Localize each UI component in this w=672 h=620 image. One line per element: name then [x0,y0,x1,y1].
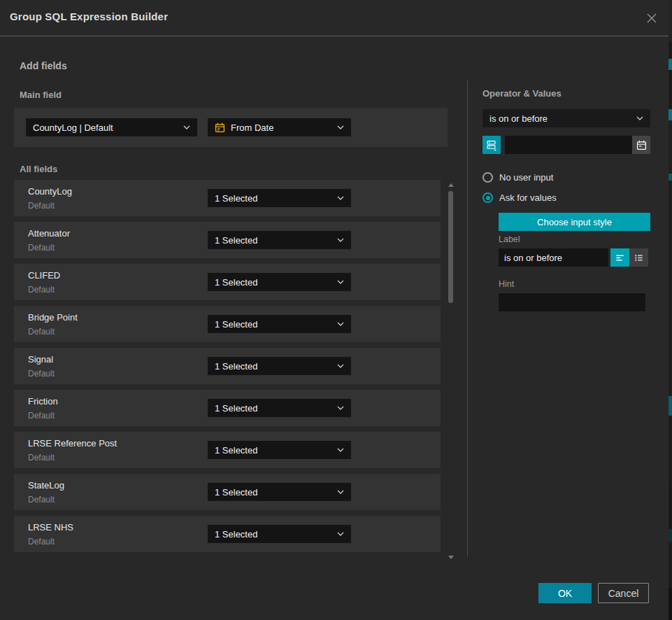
field-selected-dropdown-value: 1 Selected [215,445,333,456]
field-selected-dropdown-value: 1 Selected [215,193,333,204]
field-selected-dropdown[interactable]: 1 Selected [208,315,351,333]
dialog-header: Group SQL Expression Builder [0,0,669,36]
label-caption: Label [499,234,520,244]
operator-dropdown[interactable]: is on or before [482,109,650,127]
chevron-down-icon [337,280,344,284]
field-selected-dropdown-value: 1 Selected [215,319,333,330]
main-field-dropdown[interactable]: From Date [208,118,351,136]
main-field-panel: CountyLog | Default From Date [14,108,448,147]
calendar-icon [636,140,647,150]
field-selected-dropdown[interactable]: 1 Selected [208,399,351,417]
radio-no-user-input-label: No user input [499,172,553,183]
fields-scrollbar[interactable] [448,181,455,562]
field-selected-dropdown[interactable]: 1 Selected [208,231,351,249]
chevron-down-icon [337,196,344,200]
field-row: Attenuator Default 1 Selected [14,222,441,258]
hint-input[interactable] [499,293,645,311]
choose-input-style-button[interactable]: Choose input style [499,213,650,231]
calendar-icon [215,122,225,133]
field-selected-dropdown[interactable]: 1 Selected [208,525,351,543]
field-subtitle: Default [28,285,55,295]
field-row: CLIFED Default 1 Selected [14,264,441,300]
field-name: LRSE Reference Post [28,438,117,449]
chevron-down-icon [337,406,344,410]
radio-selected-icon [482,192,493,203]
ok-button[interactable]: OK [538,583,592,603]
field-row: Signal Default 1 Selected [14,348,441,384]
field-name: Friction [28,396,58,407]
close-icon [646,13,657,24]
field-selected-dropdown[interactable]: 1 Selected [208,357,351,375]
operator-dropdown-value: is on or before [489,113,632,124]
chevron-down-icon [636,116,643,120]
radio-ask-for-values[interactable]: Ask for values [482,192,557,203]
background-app-edge [669,0,672,620]
field-subtitle: Default [28,537,55,547]
single-line-style-button[interactable] [610,248,629,267]
field-selected-dropdown-value: 1 Selected [215,235,333,246]
all-fields-heading: All fields [20,164,57,174]
main-field-dropdown-value: From Date [231,122,333,133]
field-subtitle: Default [28,411,55,421]
field-selected-dropdown[interactable]: 1 Selected [208,189,351,207]
scrollbar-down-arrow-icon[interactable] [448,556,454,559]
date-picker-button[interactable] [632,136,650,154]
radio-no-user-input[interactable]: No user input [482,172,553,183]
chevron-down-icon [337,125,344,129]
field-name: LRSE NHS [28,522,73,533]
field-row: StateLog Default 1 Selected [14,474,441,510]
field-subtitle: Default [28,327,55,337]
screen: Group SQL Expression Builder Add fields … [0,0,672,620]
field-row: CountyLog Default 1 Selected [14,180,441,216]
vertical-divider [467,80,468,556]
field-selected-dropdown-value: 1 Selected [215,277,333,288]
field-row: Bridge Point Default 1 Selected [14,306,441,342]
operator-values-heading: Operator & Values [482,88,562,99]
add-fields-heading: Add fields [20,60,67,71]
list-style-button[interactable] [629,248,648,267]
field-selected-dropdown-value: 1 Selected [215,529,333,540]
chevron-down-icon [183,125,190,129]
chevron-down-icon [337,364,344,368]
layer-dropdown[interactable]: CountyLog | Default [26,118,197,136]
layer-dropdown-value: CountyLog | Default [33,122,179,133]
value-type-toggle-button[interactable] [482,136,501,154]
field-name: CountyLog [28,186,72,197]
field-row: Friction Default 1 Selected [14,390,441,426]
close-button[interactable] [644,10,659,26]
field-subtitle: Default [28,243,55,253]
list-icon [634,253,644,263]
cancel-button[interactable]: Cancel [598,583,649,603]
field-selected-dropdown[interactable]: 1 Selected [208,483,351,501]
field-selected-dropdown-value: 1 Selected [215,403,333,414]
field-selected-dropdown[interactable]: 1 Selected [208,273,351,291]
chevron-down-icon [337,532,344,536]
field-name: Attenuator [28,228,70,239]
hint-caption: Hint [499,279,514,289]
field-subtitle: Default [28,453,55,463]
field-row: LRSE NHS Default 1 Selected [14,516,441,552]
scrollbar-up-arrow-icon[interactable] [448,183,454,187]
field-name: Bridge Point [28,312,78,323]
stacked-values-icon [486,139,498,151]
value-input-row [482,136,650,154]
chevron-down-icon [337,448,344,452]
field-subtitle: Default [28,495,55,505]
field-name: StateLog [28,480,64,491]
scrollbar-thumb[interactable] [448,191,453,303]
align-left-icon [615,253,625,263]
radio-unselected-icon [482,172,493,183]
main-field-heading: Main field [20,90,62,100]
label-input[interactable] [499,248,608,267]
chevron-down-icon [337,322,344,326]
label-input-row [499,248,650,267]
date-value-input[interactable] [505,136,632,154]
all-fields-list: CountyLog Default 1 Selected Attenuator … [14,180,441,558]
field-selected-dropdown[interactable]: 1 Selected [208,441,351,459]
field-selected-dropdown-value: 1 Selected [215,487,333,498]
field-selected-dropdown-value: 1 Selected [215,361,333,372]
field-name: Signal [28,354,53,365]
dialog-title: Group SQL Expression Builder [10,10,168,22]
field-row: LRSE Reference Post Default 1 Selected [14,432,441,468]
group-sql-expression-builder-dialog: Group SQL Expression Builder Add fields … [0,0,669,620]
